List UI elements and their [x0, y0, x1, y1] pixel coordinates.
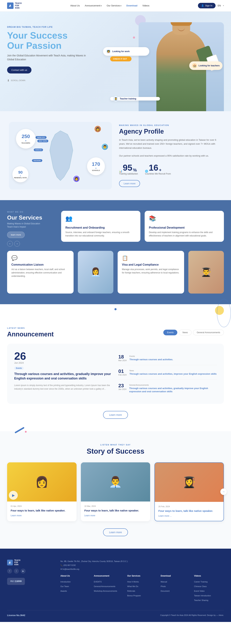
services-subtitle2: Teach Asia's Impact [7, 226, 57, 228]
bubble-teacher-training[interactable]: 👨‍🎓 Teacher training [110, 97, 160, 100]
footer-link-what[interactable]: What We Do [127, 585, 138, 588]
footer-main: TEACH FOR ASIA f t ▶ PEC 亞洲學學 No. 8B, Ga… [7, 559, 224, 603]
footer-link-taiwan[interactable]: Taiwan Introduction [194, 594, 211, 597]
learn-more-button[interactable]: Learn more [119, 180, 140, 187]
navbar: TEACH FOR ASIA About Us Announcement Our… [0, 0, 231, 12]
service-img-placeholder-1: 👩‍💼 [78, 251, 113, 294]
nav-links: About Us Announcement Our Services Downl… [70, 4, 149, 7]
check-it-out-button[interactable]: CHECK IT OUT [110, 56, 132, 62]
story-title-0: Four ways to learn, talk like native spe… [11, 508, 73, 512]
language-selector[interactable]: EN [218, 4, 221, 7]
contact-button[interactable]: Contact with us [7, 66, 31, 74]
agency-stats: 📊 95 % Training satisfaction 🌐 16 + Coun… [119, 163, 222, 175]
license-number: License No.3642 [7, 614, 25, 616]
footer: TEACH FOR ASIA f t ▶ PEC 亞洲學學 No. 8B, Ga… [0, 549, 231, 622]
prev-arrow[interactable]: ← [7, 241, 13, 246]
featured-date: 26 Jun 2024 [14, 351, 113, 364]
services-intro: WHAT WE DO Our Services Making Waves in … [7, 211, 57, 246]
footer-logo-icon [7, 560, 13, 565]
service-img-2: 👨‍🎓 [188, 251, 224, 294]
footer-link-team[interactable]: Our Team [60, 585, 69, 588]
scroll-icon: ⬇ [7, 79, 9, 82]
service-desc-professional: Develop and implement training programs … [149, 231, 220, 238]
stories-next-arrow[interactable]: → [220, 488, 227, 495]
next-arrow[interactable]: → [14, 241, 20, 246]
nav-videos[interactable]: Videos [142, 4, 149, 7]
success-learn-more[interactable]: Learn more [103, 528, 128, 536]
nav-about[interactable]: About Us [70, 4, 80, 7]
footer-link-general[interactable]: General Announcements [94, 585, 115, 588]
play-button[interactable]: ▶ [9, 491, 18, 500]
avatar-1: 👩 [94, 126, 101, 132]
footer-address: No. 8B, Gaotie 7th Rd., Zhuhai City, Hsi… [60, 559, 224, 563]
service-card-communication: 💬 Communication Liaison Act as a liaison… [7, 251, 74, 294]
service-card-visa: 📋 Visa and Legal Compliance Manage visa … [118, 251, 184, 294]
footer-col-announcement: Announcement EVENTS General Announcement… [94, 574, 124, 603]
deco-ring [217, 299, 231, 327]
section-divider [0, 304, 231, 314]
footer-link-manual[interactable]: Manual [161, 581, 167, 583]
logo-icon [7, 2, 13, 9]
footer-link-document[interactable]: Document [161, 590, 170, 592]
footer-link-event-video[interactable]: Event Video [194, 590, 205, 592]
footer-bottom: License No.3642 Copyright © Teach for As… [7, 610, 224, 616]
bubble-looking-work[interactable]: 🧑‍🏫 Looking for work [103, 47, 149, 56]
chevron-down-icon: ▾ [223, 5, 224, 6]
announce-learn-more[interactable]: Learn more [103, 411, 128, 419]
footer-link-how[interactable]: How It Works [127, 581, 139, 583]
facebook-icon[interactable]: f [7, 568, 12, 574]
story-date-0: 01 Apr, 2024 [11, 505, 73, 507]
story-card-1: 👨‍💼 10 Mar, 2024 Four ways to learn, tal… [81, 462, 150, 521]
nav-announcement[interactable]: Announcement [85, 4, 102, 7]
footer-link-chinese[interactable]: Chinese Class [194, 585, 207, 588]
divider-dot [114, 308, 117, 310]
signin-button[interactable]: 👤 Sign In [198, 3, 215, 8]
footer-link-intro[interactable]: Introduction [60, 581, 70, 583]
person-silhouette [156, 29, 206, 111]
story-img-bg-0: ▶ 👩 [7, 462, 77, 502]
nav-download[interactable]: Download [126, 4, 137, 7]
services-learn-more[interactable]: learn more [7, 232, 25, 238]
footer-links: About Us Introduction Our Team Awards An… [60, 574, 224, 603]
tab-general[interactable]: General Announcements [193, 330, 224, 335]
story-title-1: Four ways to learn, talk like native spe… [84, 508, 147, 512]
story-link-0[interactable]: Learn more [11, 514, 21, 517]
services-subtitle1: Making Waves in Global Education [7, 222, 57, 225]
logo[interactable]: TEACH FOR ASIA [7, 2, 22, 9]
announce-tag: LATEST NEWS [7, 327, 54, 329]
agency-title: Agency Profile [119, 128, 222, 135]
twitter-icon[interactable]: t [14, 568, 19, 574]
stat-icon-training: 📊 [119, 170, 122, 172]
scroll-indicator: ⬇ SCROLL DOWN [7, 79, 92, 82]
tab-events[interactable]: Events [163, 330, 177, 335]
footer-link-workshop[interactable]: Workshop Announcements [94, 590, 117, 592]
announce-list: 18 Mar 2024 Events Through various cours… [118, 351, 217, 397]
footer-link-awards[interactable]: Awards [60, 590, 67, 592]
youtube-icon[interactable]: ▶ [21, 568, 25, 574]
footer-link-photo[interactable]: Photo [161, 585, 166, 588]
story-content-1: 10 Mar, 2024 Four ways to learn, talk li… [81, 502, 150, 520]
footer-link-events[interactable]: EVENTS [94, 581, 102, 583]
announcements-section: LATEST NEWS Announcement Events News Gen… [0, 314, 231, 431]
story-link-2[interactable]: Learn more ... [158, 515, 172, 517]
bubble-icon: 🧑‍🏫 [106, 49, 111, 54]
tab-news[interactable]: News [179, 330, 192, 335]
footer-phone: 📞 (03) 667-5192 [60, 563, 224, 567]
hero-subtitle: Join the Global Education Movement with … [7, 54, 92, 62]
services-section: WHAT WE DO Our Services Making Waves in … [0, 200, 231, 304]
person-smile [178, 28, 185, 31]
hero-title-line2: Our Passion [7, 40, 61, 51]
bubble-looking-teachers[interactable]: 🏫 Looking for teachers [189, 62, 223, 70]
footer-link-teacher-sharing[interactable]: Teacher Sharing [194, 599, 208, 601]
footer-link-referrals[interactable]: Referrals [127, 590, 135, 592]
footer-link-career[interactable]: Career Training [194, 581, 208, 583]
footer-logo-col: TEACH FOR ASIA f t ▶ PEC 亞洲學學 [7, 559, 50, 603]
footer-logo-text: TEACH FOR ASIA [14, 559, 20, 566]
announce-content-box: 26 Jun 2024 Events Through various cours… [7, 344, 224, 404]
nav-services[interactable]: Our Services [107, 4, 121, 7]
story-link-1[interactable]: Learn more [84, 514, 95, 517]
story-date-1: 10 Mar, 2024 [84, 505, 147, 507]
footer-link-bonus[interactable]: Bonus Program [127, 594, 141, 597]
story-person-icon-1: 👨‍💼 [109, 476, 122, 488]
play-icon[interactable]: ▶ [9, 491, 18, 500]
